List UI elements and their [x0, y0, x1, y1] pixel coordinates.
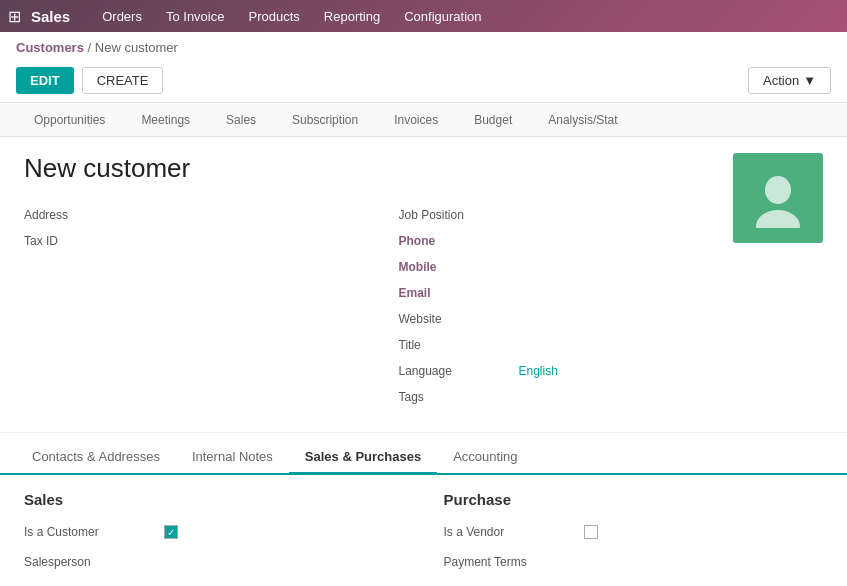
email-label: Email	[399, 286, 519, 300]
field-job-position: Job Position	[399, 204, 734, 226]
action-label: Action	[763, 73, 799, 88]
smart-btn-meetings[interactable]: Meetings	[123, 107, 208, 136]
fields-row: Address Tax ID Job Position Phone	[24, 204, 733, 412]
action-button[interactable]: Action ▼	[748, 67, 831, 94]
tabs-bar: Contacts & Addresses Internal Notes Sale…	[0, 441, 847, 475]
breadcrumb-separator: /	[88, 40, 95, 55]
top-navigation: ⊞ Sales Orders To Invoice Products Repor…	[0, 0, 847, 32]
is-vendor-label: Is a Vendor	[444, 525, 584, 539]
tab-contacts-addresses[interactable]: Contacts & Addresses	[16, 441, 176, 475]
page-title: New customer	[24, 153, 733, 184]
language-value[interactable]: English	[519, 364, 558, 378]
action-dropdown[interactable]: Action ▼	[748, 67, 831, 94]
language-label: Language	[399, 364, 519, 378]
field-salesperson: Salesperson	[24, 550, 404, 574]
address-label: Address	[24, 208, 144, 222]
menu-orders[interactable]: Orders	[90, 0, 154, 32]
app-brand: Sales	[31, 8, 70, 25]
purchase-column: Purchase Is a Vendor Payment Terms Suppl…	[444, 491, 824, 586]
title-label: Title	[399, 338, 519, 352]
purchase-section-title: Purchase	[444, 491, 824, 508]
payment-terms-purchase-label: Payment Terms	[444, 555, 584, 569]
is-vendor-checkbox[interactable]	[584, 525, 598, 539]
field-website: Website	[399, 308, 734, 330]
job-position-label: Job Position	[399, 208, 519, 222]
toolbar: EDIT CREATE Action ▼	[0, 63, 847, 102]
field-payment-terms-purchase: Payment Terms	[444, 550, 824, 574]
tab-accounting[interactable]: Accounting	[437, 441, 533, 475]
field-language: Language English	[399, 360, 734, 382]
mobile-label: Mobile	[399, 260, 519, 274]
form-area: New customer Address Tax ID Job Position	[0, 137, 847, 433]
main-menu: Orders To Invoice Products Reporting Con…	[90, 0, 493, 32]
tax-id-label: Tax ID	[24, 234, 144, 248]
breadcrumb-parent[interactable]: Customers	[16, 40, 84, 55]
tab-content-columns: Sales Is a Customer ✓ Salesperson Delive…	[24, 491, 823, 586]
field-is-customer: Is a Customer ✓	[24, 520, 404, 544]
smart-btn-sales[interactable]: Sales	[208, 107, 274, 136]
field-phone: Phone	[399, 230, 734, 252]
field-address: Address	[24, 204, 359, 226]
field-tags: Tags	[399, 386, 734, 408]
breadcrumb: Customers / New customer	[0, 32, 847, 63]
sales-section-title: Sales	[24, 491, 404, 508]
website-label: Website	[399, 312, 519, 326]
smart-btn-subscription[interactable]: Subscription	[274, 107, 376, 136]
field-tax-id: Tax ID	[24, 230, 359, 252]
toolbar-left: EDIT CREATE	[16, 67, 163, 94]
form-content: New customer Address Tax ID Job Position	[24, 153, 733, 416]
menu-reporting[interactable]: Reporting	[312, 0, 392, 32]
menu-to-invoice[interactable]: To Invoice	[154, 0, 237, 32]
field-delivery-method: Delivery Method Normal Delivery Charges	[24, 580, 404, 586]
smart-btn-opportunities[interactable]: Opportunities	[16, 107, 123, 136]
breadcrumb-current: New customer	[95, 40, 178, 55]
phone-label: Phone	[399, 234, 519, 248]
svg-point-0	[765, 176, 791, 204]
menu-products[interactable]: Products	[236, 0, 311, 32]
smart-btn-invoices[interactable]: Invoices	[376, 107, 456, 136]
tab-content-sales-purchases: Sales Is a Customer ✓ Salesperson Delive…	[0, 475, 847, 586]
smart-btn-analysis[interactable]: Analysis/Stat	[530, 107, 635, 136]
create-button[interactable]: CREATE	[82, 67, 164, 94]
avatar-person-icon	[748, 168, 808, 228]
grid-icon[interactable]: ⊞	[8, 7, 21, 26]
is-customer-checkbox[interactable]: ✓	[164, 525, 178, 539]
is-customer-label: Is a Customer	[24, 525, 164, 539]
field-email: Email	[399, 282, 734, 304]
tab-sales-purchases[interactable]: Sales & Purchases	[289, 441, 437, 475]
menu-configuration[interactable]: Configuration	[392, 0, 493, 32]
field-supplier-currency: Supplier Currency	[444, 580, 824, 586]
sales-column: Sales Is a Customer ✓ Salesperson Delive…	[24, 491, 404, 586]
edit-button[interactable]: EDIT	[16, 67, 74, 94]
avatar[interactable]	[733, 153, 823, 243]
smart-buttons-bar: Opportunities Meetings Sales Subscriptio…	[0, 102, 847, 137]
fields-right: Job Position Phone Mobile Email Website	[399, 204, 734, 412]
field-is-vendor: Is a Vendor	[444, 520, 824, 544]
chevron-down-icon: ▼	[803, 73, 816, 88]
salesperson-label: Salesperson	[24, 555, 164, 569]
svg-point-1	[756, 210, 800, 228]
field-title: Title	[399, 334, 734, 356]
tags-label: Tags	[399, 390, 519, 404]
field-mobile: Mobile	[399, 256, 734, 278]
avatar-container	[733, 153, 823, 243]
fields-left: Address Tax ID	[24, 204, 359, 412]
smart-btn-budget[interactable]: Budget	[456, 107, 530, 136]
tab-internal-notes[interactable]: Internal Notes	[176, 441, 289, 475]
